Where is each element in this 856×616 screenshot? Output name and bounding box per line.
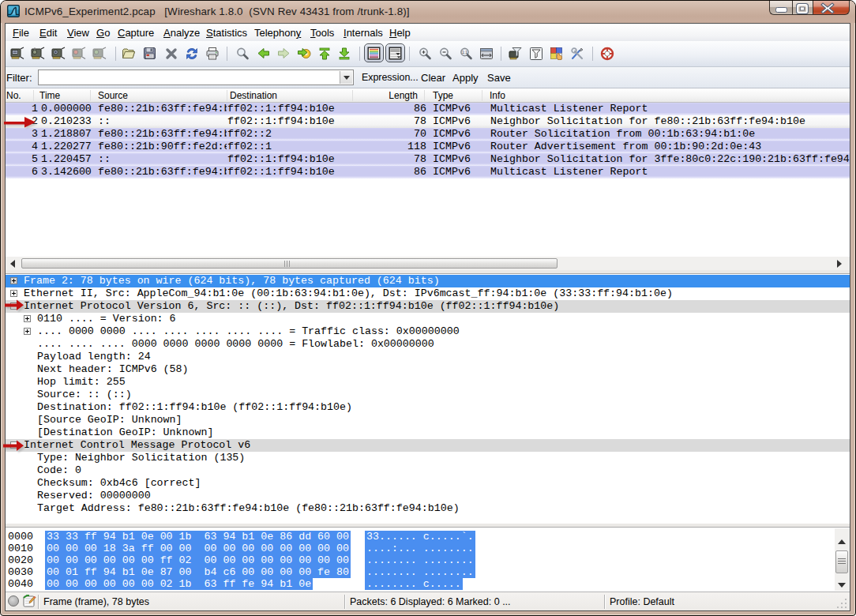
svg-text:1:1: 1:1: [462, 50, 467, 54]
